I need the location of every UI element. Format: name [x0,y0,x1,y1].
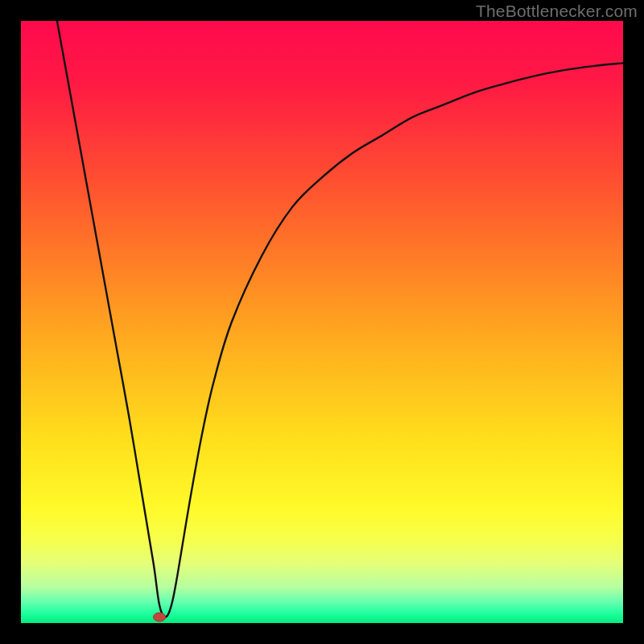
optimal-point-marker [154,613,166,621]
chart-frame [21,21,623,623]
attribution-text: TheBottlenecker.com [476,2,638,21]
bottleneck-chart [21,21,623,623]
